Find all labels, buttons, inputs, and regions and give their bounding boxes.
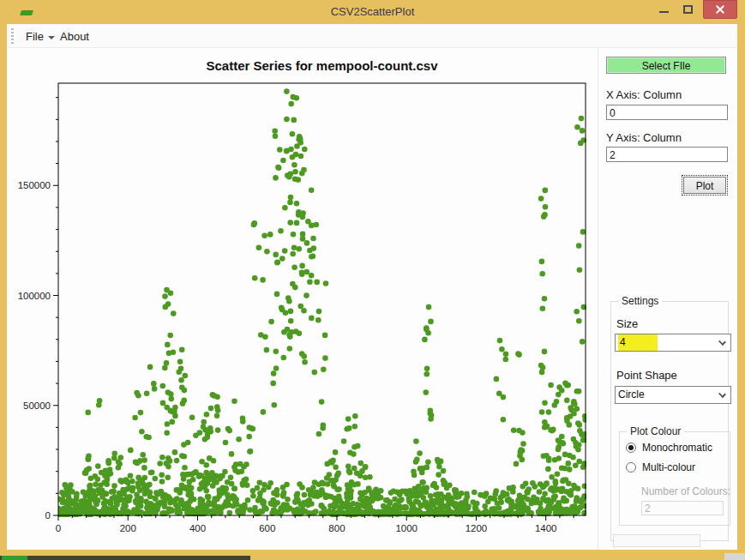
- radio-selected-icon: [626, 443, 636, 453]
- plot-button-focus-ring: Plot: [682, 175, 728, 196]
- title-bar: CSV2ScatterPlot: [0, 0, 745, 24]
- x-axis-column-label: X Axis: Column: [606, 88, 682, 101]
- number-of-colours-label: Number of Colours:: [641, 485, 730, 497]
- svg-text:400: 400: [189, 523, 206, 533]
- svg-text:1000: 1000: [395, 523, 418, 533]
- svg-text:100000: 100000: [18, 291, 51, 301]
- close-icon: [715, 4, 725, 15]
- side-panel: Select FIle X Axis: Column Y Axis: Colum…: [598, 48, 737, 550]
- corner-artifact: [724, 553, 745, 560]
- size-dropdown[interactable]: 4: [615, 334, 731, 352]
- svg-text:600: 600: [259, 523, 275, 533]
- radio-unselected-icon: [626, 462, 636, 473]
- chevron-down-icon: [48, 36, 55, 39]
- point-shape-dropdown[interactable]: Circle: [615, 386, 731, 404]
- app-window: CSV2ScatterPlot File About Scatter Serie…: [0, 0, 745, 560]
- maximize-button[interactable]: [677, 0, 700, 19]
- menu-about[interactable]: About: [55, 28, 94, 45]
- chevron-down-icon: [718, 338, 726, 346]
- minimize-button[interactable]: [653, 0, 676, 19]
- number-of-colours-input: [641, 501, 724, 515]
- select-file-button[interactable]: Select FIle: [606, 57, 726, 74]
- minimize-icon: [659, 11, 669, 13]
- window-border-right: [737, 24, 745, 560]
- svg-text:1400: 1400: [535, 523, 557, 533]
- svg-text:150000: 150000: [18, 180, 51, 190]
- point-shape-label: Point Shape: [616, 369, 677, 382]
- radio-monochromatic[interactable]: Monochromatic: [626, 442, 712, 455]
- y-axis-column-label: Y Axis: Column: [606, 131, 682, 144]
- svg-text:0: 0: [56, 523, 61, 533]
- menu-grip-handle[interactable]: [11, 28, 14, 44]
- scatter-plot-svg: Scatter Series for mempool-count.csv0200…: [7, 48, 598, 550]
- y-axis-column-input[interactable]: [606, 147, 728, 162]
- maximize-icon: [683, 5, 693, 14]
- svg-text:50000: 50000: [23, 400, 51, 411]
- chevron-down-icon: [718, 390, 726, 398]
- content-area: Scatter Series for mempool-count.csv0200…: [7, 48, 737, 550]
- svg-text:800: 800: [328, 523, 345, 533]
- size-selected-value: 4: [618, 334, 658, 351]
- point-shape-selected-value: Circle: [618, 388, 645, 400]
- radio-multi-colour[interactable]: Multi-colour: [626, 461, 695, 474]
- size-label: Size: [616, 317, 638, 330]
- scatter-chart: Scatter Series for mempool-count.csv0200…: [7, 48, 598, 550]
- x-axis-column-input[interactable]: [606, 105, 728, 120]
- taskbar-sliver-green: [2, 556, 27, 560]
- svg-text:0: 0: [45, 510, 51, 521]
- window-title: CSV2ScatterPlot: [0, 5, 745, 18]
- plot-button[interactable]: Plot: [683, 177, 726, 194]
- taskbar-sliver: [0, 556, 250, 560]
- disabled-empty-box: [613, 534, 700, 547]
- plot-colour-groupbox-title: Plot Colour: [627, 425, 684, 437]
- close-button[interactable]: [703, 0, 737, 19]
- svg-text:1200: 1200: [466, 523, 488, 533]
- svg-text:Scatter Series for mempool-cou: Scatter Series for mempool-count.csv: [206, 58, 438, 73]
- settings-groupbox-title: Settings: [618, 295, 662, 307]
- svg-text:200: 200: [120, 523, 136, 533]
- menu-bar: File About: [7, 24, 737, 48]
- window-border-left: [0, 24, 7, 560]
